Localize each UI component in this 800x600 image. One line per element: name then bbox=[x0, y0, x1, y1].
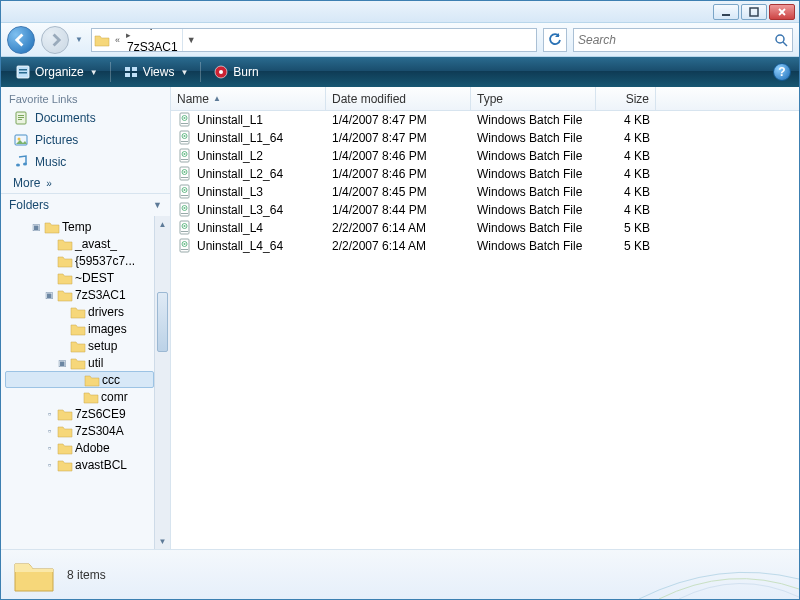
expand-toggle[interactable]: ▫ bbox=[44, 409, 55, 419]
tree-node[interactable]: ~DEST bbox=[5, 269, 154, 286]
tree-node[interactable]: images bbox=[5, 320, 154, 337]
music-icon bbox=[13, 154, 29, 170]
svg-rect-6 bbox=[125, 67, 130, 71]
favorite-link[interactable]: Documents bbox=[1, 107, 170, 129]
folder-icon bbox=[92, 33, 112, 47]
search-icon[interactable] bbox=[774, 33, 788, 47]
favorite-link[interactable]: Music bbox=[1, 151, 170, 173]
titlebar bbox=[1, 1, 799, 23]
expand-toggle[interactable]: ▫ bbox=[44, 460, 55, 470]
help-button[interactable]: ? bbox=[773, 63, 791, 81]
organize-icon bbox=[15, 64, 31, 80]
organize-label: Organize bbox=[35, 65, 84, 79]
search-input[interactable] bbox=[578, 33, 774, 47]
organize-menu[interactable]: Organize ▼ bbox=[9, 62, 104, 82]
svg-rect-27 bbox=[181, 141, 188, 142]
back-button[interactable] bbox=[7, 26, 35, 54]
scroll-thumb[interactable] bbox=[157, 292, 168, 352]
views-menu[interactable]: Views ▼ bbox=[117, 62, 195, 82]
scroll-track[interactable] bbox=[155, 232, 170, 533]
tree-node[interactable]: setup bbox=[5, 337, 154, 354]
expand-toggle[interactable]: ▣ bbox=[31, 222, 42, 232]
search-box[interactable] bbox=[573, 28, 793, 52]
svg-rect-5 bbox=[19, 72, 27, 74]
expand-toggle[interactable]: ▣ bbox=[57, 358, 68, 368]
navigation-pane: Favorite Links DocumentsPicturesMusic Mo… bbox=[1, 87, 171, 549]
tree-node[interactable]: ▣util bbox=[5, 354, 154, 371]
tree-node[interactable]: ccc bbox=[5, 371, 154, 388]
column-size[interactable]: Size bbox=[596, 87, 656, 110]
more-links[interactable]: More » bbox=[1, 173, 170, 193]
tree-node[interactable]: ▫Adobe bbox=[5, 439, 154, 456]
file-row[interactable]: Uninstall_L4_642/2/2007 6:14 AMWindows B… bbox=[171, 237, 799, 255]
folders-header[interactable]: Folders ▼ bbox=[1, 193, 170, 216]
batch-file-icon bbox=[177, 238, 193, 254]
breadcrumb-overflow[interactable]: « bbox=[112, 35, 123, 45]
chevron-right-icon[interactable]: ▸ bbox=[123, 30, 182, 40]
svg-rect-15 bbox=[18, 119, 22, 120]
file-row[interactable]: Uninstall_L21/4/2007 8:46 PMWindows Batc… bbox=[171, 147, 799, 165]
views-label: Views bbox=[143, 65, 175, 79]
column-name[interactable]: Name▲ bbox=[171, 87, 326, 110]
tree-node[interactable]: comr bbox=[5, 388, 154, 405]
file-type: Windows Batch File bbox=[471, 167, 596, 181]
breadcrumb-dropdown[interactable]: ▼ bbox=[182, 29, 200, 51]
column-date[interactable]: Date modified bbox=[326, 87, 471, 110]
column-type[interactable]: Type bbox=[471, 87, 596, 110]
forward-button[interactable] bbox=[41, 26, 69, 54]
folder-icon bbox=[70, 356, 86, 370]
file-row[interactable]: Uninstall_L31/4/2007 8:45 PMWindows Batc… bbox=[171, 183, 799, 201]
file-row[interactable]: Uninstall_L3_641/4/2007 8:44 PMWindows B… bbox=[171, 201, 799, 219]
tree-scrollbar[interactable]: ▲ ▼ bbox=[154, 216, 170, 549]
scroll-up-button[interactable]: ▲ bbox=[155, 216, 170, 232]
tree-node[interactable]: ▫7zS6CE9 bbox=[5, 405, 154, 422]
svg-rect-31 bbox=[181, 159, 188, 160]
file-date: 1/4/2007 8:44 PM bbox=[326, 203, 471, 217]
tree-node[interactable]: ▫7zS304A bbox=[5, 422, 154, 439]
tree-label: 7zS6CE9 bbox=[75, 407, 126, 421]
maximize-button[interactable] bbox=[741, 4, 767, 20]
favorite-label: Pictures bbox=[35, 133, 78, 147]
burn-icon bbox=[213, 64, 229, 80]
batch-file-icon bbox=[177, 166, 193, 182]
file-name: Uninstall_L3 bbox=[197, 185, 263, 199]
tree-node[interactable]: {59537c7... bbox=[5, 252, 154, 269]
folder-tree[interactable]: ▣Temp_avast_{59537c7...~DEST▣7zS3AC1driv… bbox=[1, 216, 170, 549]
minimize-button[interactable] bbox=[713, 4, 739, 20]
tree-node[interactable]: ▣Temp bbox=[5, 218, 154, 235]
burn-button[interactable]: Burn bbox=[207, 62, 264, 82]
expand-toggle[interactable]: ▫ bbox=[44, 426, 55, 436]
tree-node[interactable]: ▫avastBCL bbox=[5, 456, 154, 473]
details-pane: 8 items bbox=[1, 549, 799, 599]
tree-node[interactable]: ▣7zS3AC1 bbox=[5, 286, 154, 303]
folder-icon bbox=[57, 237, 73, 251]
file-row[interactable]: Uninstall_L2_641/4/2007 8:46 PMWindows B… bbox=[171, 165, 799, 183]
folder-icon bbox=[57, 288, 73, 302]
recent-dropdown[interactable]: ▼ bbox=[75, 35, 85, 44]
svg-rect-51 bbox=[181, 249, 188, 250]
expand-toggle[interactable]: ▣ bbox=[44, 290, 55, 300]
tree-label: 7zS304A bbox=[75, 424, 124, 438]
column-headers: Name▲ Date modified Type Size bbox=[171, 87, 799, 111]
breadcrumb[interactable]: « AppData▸Local▸Temp▸7zS3AC1▸util▸ccc▸ ▼ bbox=[91, 28, 537, 52]
favorite-link[interactable]: Pictures bbox=[1, 129, 170, 151]
navbar: ▼ « AppData▸Local▸Temp▸7zS3AC1▸util▸ccc▸… bbox=[1, 23, 799, 57]
close-button[interactable] bbox=[769, 4, 795, 20]
svg-rect-28 bbox=[180, 149, 189, 162]
file-row[interactable]: Uninstall_L11/4/2007 8:47 PMWindows Batc… bbox=[171, 111, 799, 129]
folders-label: Folders bbox=[9, 198, 49, 212]
scroll-down-button[interactable]: ▼ bbox=[155, 533, 170, 549]
folder-icon bbox=[57, 441, 73, 455]
chevron-right-icon: » bbox=[46, 178, 52, 189]
file-row[interactable]: Uninstall_L42/2/2007 6:14 AMWindows Batc… bbox=[171, 219, 799, 237]
refresh-button[interactable] bbox=[543, 28, 567, 52]
file-size: 4 KB bbox=[596, 203, 656, 217]
breadcrumb-segment[interactable]: 7zS3AC1 bbox=[123, 40, 182, 52]
expand-toggle[interactable]: ▫ bbox=[44, 443, 55, 453]
svg-rect-14 bbox=[18, 117, 24, 118]
svg-point-42 bbox=[184, 207, 186, 209]
more-label: More bbox=[13, 176, 40, 190]
tree-node[interactable]: _avast_ bbox=[5, 235, 154, 252]
file-row[interactable]: Uninstall_L1_641/4/2007 8:47 PMWindows B… bbox=[171, 129, 799, 147]
tree-node[interactable]: drivers bbox=[5, 303, 154, 320]
